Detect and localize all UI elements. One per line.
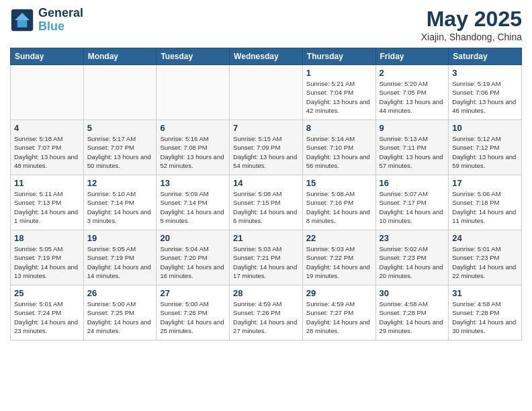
calendar-cell: 24Sunrise: 5:01 AM Sunset: 7:23 PM Dayli… — [449, 230, 522, 285]
title-block: May 2025 Xiajin, Shandong, China — [421, 7, 522, 42]
day-number: 15 — [306, 178, 372, 188]
day-info: Sunrise: 5:18 AM Sunset: 7:07 PM Dayligh… — [14, 134, 80, 170]
day-info: Sunrise: 5:05 AM Sunset: 7:19 PM Dayligh… — [14, 244, 80, 280]
day-info: Sunrise: 5:05 AM Sunset: 7:19 PM Dayligh… — [87, 244, 153, 280]
calendar-cell: 8Sunrise: 5:14 AM Sunset: 7:10 PM Daylig… — [302, 120, 375, 175]
day-info: Sunrise: 5:01 AM Sunset: 7:24 PM Dayligh… — [14, 300, 80, 335]
calendar-header-row: Sunday Monday Tuesday Wednesday Thursday… — [11, 48, 522, 65]
day-info: Sunrise: 5:11 AM Sunset: 7:13 PM Dayligh… — [14, 189, 80, 225]
calendar-cell: 26Sunrise: 5:00 AM Sunset: 7:25 PM Dayli… — [83, 285, 157, 340]
day-number: 29 — [306, 288, 372, 298]
day-info: Sunrise: 5:13 AM Sunset: 7:11 PM Dayligh… — [380, 134, 445, 170]
header: General Blue May 2025 Xiajin, Shandong, … — [10, 7, 522, 42]
calendar-cell: 17Sunrise: 5:06 AM Sunset: 7:18 PM Dayli… — [449, 175, 522, 230]
day-info: Sunrise: 5:20 AM Sunset: 7:05 PM Dayligh… — [380, 79, 445, 115]
day-number: 10 — [452, 123, 518, 133]
logo-text: General Blue — [38, 7, 83, 34]
calendar-cell: 6Sunrise: 5:16 AM Sunset: 7:08 PM Daylig… — [157, 120, 230, 175]
day-number: 30 — [380, 288, 445, 298]
calendar-cell: 29Sunrise: 4:59 AM Sunset: 7:27 PM Dayli… — [302, 285, 375, 340]
day-info: Sunrise: 5:00 AM Sunset: 7:25 PM Dayligh… — [87, 300, 153, 335]
calendar-week-2: 11Sunrise: 5:11 AM Sunset: 7:13 PM Dayli… — [11, 175, 522, 230]
day-number: 27 — [160, 288, 226, 298]
calendar-cell: 22Sunrise: 5:03 AM Sunset: 7:22 PM Dayli… — [302, 230, 375, 285]
day-info: Sunrise: 5:08 AM Sunset: 7:16 PM Dayligh… — [306, 189, 372, 225]
calendar-cell — [230, 65, 303, 120]
col-friday: Friday — [375, 48, 449, 65]
calendar-cell: 30Sunrise: 4:58 AM Sunset: 7:28 PM Dayli… — [375, 285, 449, 340]
day-info: Sunrise: 5:12 AM Sunset: 7:12 PM Dayligh… — [452, 134, 518, 170]
col-thursday: Thursday — [302, 48, 375, 65]
day-info: Sunrise: 5:14 AM Sunset: 7:10 PM Dayligh… — [306, 134, 372, 170]
subtitle: Xiajin, Shandong, China — [421, 32, 522, 42]
day-number: 1 — [306, 68, 372, 78]
day-info: Sunrise: 5:17 AM Sunset: 7:07 PM Dayligh… — [87, 134, 153, 170]
day-number: 26 — [87, 288, 153, 298]
calendar-cell — [83, 65, 157, 120]
day-info: Sunrise: 4:59 AM Sunset: 7:27 PM Dayligh… — [306, 300, 372, 335]
calendar-cell: 9Sunrise: 5:13 AM Sunset: 7:11 PM Daylig… — [375, 120, 449, 175]
day-info: Sunrise: 5:06 AM Sunset: 7:18 PM Dayligh… — [452, 189, 518, 225]
day-number: 13 — [160, 178, 226, 188]
calendar-cell: 12Sunrise: 5:10 AM Sunset: 7:14 PM Dayli… — [83, 175, 157, 230]
day-number: 7 — [233, 123, 299, 133]
day-info: Sunrise: 5:02 AM Sunset: 7:23 PM Dayligh… — [380, 244, 445, 280]
calendar-cell: 21Sunrise: 5:03 AM Sunset: 7:21 PM Dayli… — [230, 230, 303, 285]
day-info: Sunrise: 5:16 AM Sunset: 7:08 PM Dayligh… — [160, 134, 226, 170]
day-number: 8 — [306, 123, 372, 133]
day-info: Sunrise: 5:09 AM Sunset: 7:14 PM Dayligh… — [160, 189, 226, 225]
calendar-cell: 19Sunrise: 5:05 AM Sunset: 7:19 PM Dayli… — [83, 230, 157, 285]
day-info: Sunrise: 5:21 AM Sunset: 7:04 PM Dayligh… — [306, 79, 372, 115]
day-info: Sunrise: 4:58 AM Sunset: 7:28 PM Dayligh… — [452, 300, 518, 335]
day-info: Sunrise: 5:07 AM Sunset: 7:17 PM Dayligh… — [380, 189, 445, 225]
day-info: Sunrise: 5:08 AM Sunset: 7:15 PM Dayligh… — [233, 189, 299, 225]
calendar: Sunday Monday Tuesday Wednesday Thursday… — [10, 48, 522, 340]
day-info: Sunrise: 5:03 AM Sunset: 7:21 PM Dayligh… — [233, 244, 299, 280]
day-info: Sunrise: 5:19 AM Sunset: 7:06 PM Dayligh… — [452, 79, 518, 115]
day-info: Sunrise: 5:00 AM Sunset: 7:26 PM Dayligh… — [160, 300, 226, 335]
calendar-cell — [11, 65, 84, 120]
day-info: Sunrise: 5:10 AM Sunset: 7:14 PM Dayligh… — [87, 189, 153, 225]
calendar-cell: 23Sunrise: 5:02 AM Sunset: 7:23 PM Dayli… — [375, 230, 449, 285]
day-info: Sunrise: 4:58 AM Sunset: 7:28 PM Dayligh… — [380, 300, 445, 335]
day-info: Sunrise: 5:04 AM Sunset: 7:20 PM Dayligh… — [160, 244, 226, 280]
calendar-cell: 11Sunrise: 5:11 AM Sunset: 7:13 PM Dayli… — [11, 175, 84, 230]
col-monday: Monday — [83, 48, 157, 65]
logo-line2: Blue — [38, 19, 64, 33]
calendar-cell: 3Sunrise: 5:19 AM Sunset: 7:06 PM Daylig… — [449, 65, 522, 120]
day-number: 11 — [14, 178, 80, 188]
calendar-week-3: 18Sunrise: 5:05 AM Sunset: 7:19 PM Dayli… — [11, 230, 522, 285]
col-wednesday: Wednesday — [230, 48, 303, 65]
day-number: 16 — [380, 178, 445, 188]
day-info: Sunrise: 5:03 AM Sunset: 7:22 PM Dayligh… — [306, 244, 372, 280]
logo-icon — [10, 8, 34, 32]
calendar-cell: 14Sunrise: 5:08 AM Sunset: 7:15 PM Dayli… — [230, 175, 303, 230]
col-saturday: Saturday — [449, 48, 522, 65]
day-number: 12 — [87, 178, 153, 188]
calendar-cell: 31Sunrise: 4:58 AM Sunset: 7:28 PM Dayli… — [449, 285, 522, 340]
logo: General Blue — [10, 7, 83, 34]
calendar-week-0: 1Sunrise: 5:21 AM Sunset: 7:04 PM Daylig… — [11, 65, 522, 120]
col-sunday: Sunday — [11, 48, 84, 65]
calendar-week-4: 25Sunrise: 5:01 AM Sunset: 7:24 PM Dayli… — [11, 285, 522, 340]
day-number: 3 — [452, 68, 518, 78]
day-number: 28 — [233, 288, 299, 298]
calendar-cell: 18Sunrise: 5:05 AM Sunset: 7:19 PM Dayli… — [11, 230, 84, 285]
day-number: 21 — [233, 233, 299, 243]
calendar-cell: 28Sunrise: 4:59 AM Sunset: 7:26 PM Dayli… — [230, 285, 303, 340]
calendar-cell: 27Sunrise: 5:00 AM Sunset: 7:26 PM Dayli… — [157, 285, 230, 340]
calendar-cell: 2Sunrise: 5:20 AM Sunset: 7:05 PM Daylig… — [375, 65, 449, 120]
day-number: 20 — [160, 233, 226, 243]
calendar-cell: 5Sunrise: 5:17 AM Sunset: 7:07 PM Daylig… — [83, 120, 157, 175]
logo-line1: General — [38, 7, 83, 20]
day-number: 6 — [160, 123, 226, 133]
day-number: 2 — [380, 68, 445, 78]
calendar-week-1: 4Sunrise: 5:18 AM Sunset: 7:07 PM Daylig… — [11, 120, 522, 175]
calendar-cell: 1Sunrise: 5:21 AM Sunset: 7:04 PM Daylig… — [302, 65, 375, 120]
day-info: Sunrise: 5:01 AM Sunset: 7:23 PM Dayligh… — [452, 244, 518, 280]
calendar-cell: 16Sunrise: 5:07 AM Sunset: 7:17 PM Dayli… — [375, 175, 449, 230]
calendar-cell: 13Sunrise: 5:09 AM Sunset: 7:14 PM Dayli… — [157, 175, 230, 230]
day-info: Sunrise: 4:59 AM Sunset: 7:26 PM Dayligh… — [233, 300, 299, 335]
day-number: 31 — [452, 288, 518, 298]
col-tuesday: Tuesday — [157, 48, 230, 65]
